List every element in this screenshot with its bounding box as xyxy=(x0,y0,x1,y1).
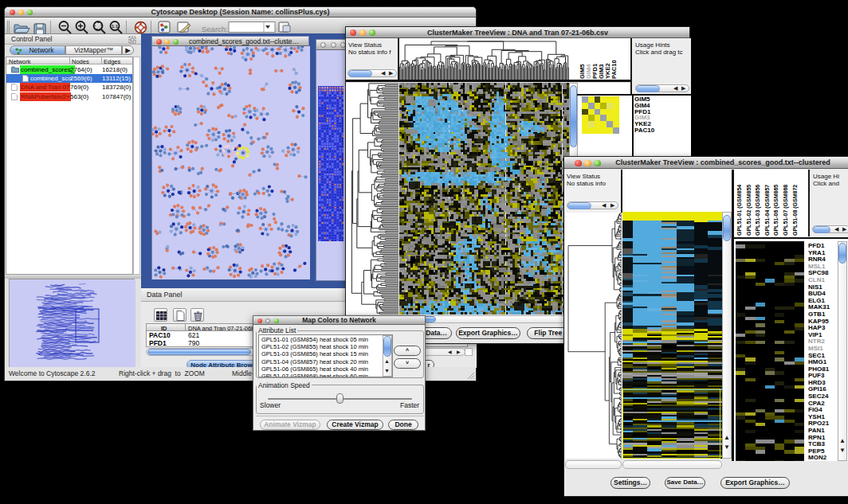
svg-text:1:1: 1:1 xyxy=(112,24,118,29)
svg-text:Search:: Search: xyxy=(202,25,228,33)
